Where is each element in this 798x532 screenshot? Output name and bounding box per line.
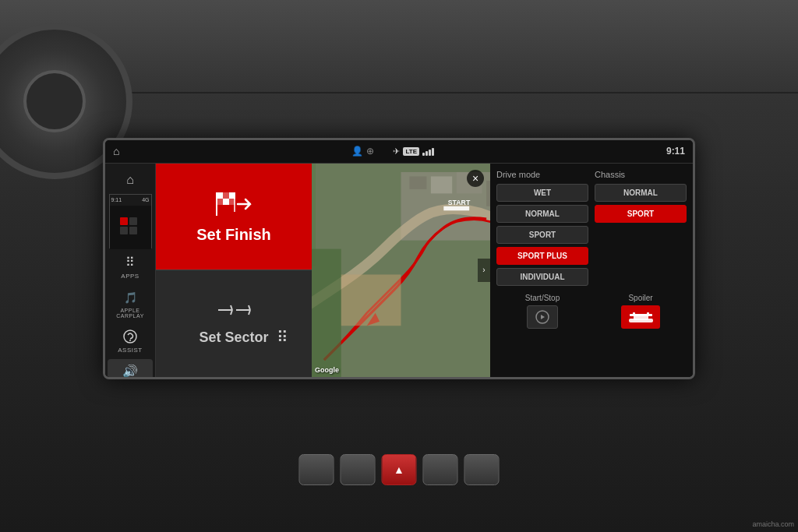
- svg-rect-29: [312, 248, 341, 376]
- google-label: Google: [315, 366, 339, 374]
- panel-bottom-row: Start/Stop Spoiler: [496, 294, 687, 329]
- set-finish-icon: [213, 188, 256, 220]
- apps-icon: ⠿: [122, 254, 139, 271]
- sidebar-item-assist[interactable]: ASSIST: [108, 324, 153, 358]
- svg-marker-34: [541, 315, 545, 319]
- svg-rect-39: [647, 312, 649, 316]
- screen-header-left: ⌂: [113, 145, 119, 157]
- dashboard-top: [0, 0, 798, 93]
- chassis-sport[interactable]: SPORT: [595, 205, 687, 223]
- set-finish-icon-container: [213, 188, 256, 220]
- phone-mini-body: [110, 206, 151, 249]
- action-panel: Set Finish Set Sector: [156, 164, 312, 377]
- map-svg: START: [312, 164, 490, 377]
- left-sidebar: ⌂ 9:11 4G ⠿: [105, 164, 156, 377]
- person-icon: 👤: [351, 146, 363, 157]
- home-sidebar-icon: ⌂: [122, 171, 139, 188]
- screen-header-center: 👤 ⊕ ✈ LTE: [351, 146, 434, 157]
- carplay-icon: 🎵: [122, 289, 139, 306]
- signal-bars: [422, 146, 434, 156]
- drive-mode-column: Drive mode WET NORMAL SPORT SPORT PLUS I…: [496, 170, 588, 286]
- main-content: Set Finish Set Sector: [156, 164, 693, 377]
- phone-mini-header: 9:11 4G: [110, 195, 151, 206]
- svg-rect-23: [409, 176, 426, 188]
- sidebar-item-sound[interactable]: 🔊 SOUND: [108, 359, 153, 379]
- chassis-column: Chassis NORMAL SPORT: [595, 170, 687, 286]
- start-stop-label: Start/Stop: [525, 294, 560, 302]
- phone-mini-signal: 4G: [142, 197, 149, 203]
- steering-wheel-center: [23, 70, 86, 132]
- screen-time: 9:11: [666, 146, 685, 157]
- svg-rect-26: [486, 180, 490, 206]
- svg-rect-2: [120, 227, 128, 234]
- sidebar-item-apps[interactable]: ⠿ APPS: [108, 250, 153, 284]
- svg-rect-8: [217, 192, 223, 199]
- set-finish-label: Set Finish: [196, 226, 271, 244]
- svg-rect-31: [443, 206, 469, 210]
- car-interior: ⌂ 👤 ⊕ ✈ LTE 9:11 ⌂: [0, 0, 798, 532]
- spoiler-label: Spoiler: [628, 294, 652, 302]
- set-sector-icon-container: [217, 301, 252, 323]
- svg-point-5: [129, 340, 131, 341]
- sound-icon: 🔊: [122, 363, 139, 379]
- map-expand-button[interactable]: ›: [478, 259, 490, 282]
- lte-badge: LTE: [403, 147, 419, 156]
- screen-header: ⌂ 👤 ⊕ ✈ LTE 9:11: [105, 140, 693, 164]
- spoiler-button[interactable]: [621, 305, 660, 329]
- apps-label: APPS: [121, 273, 139, 280]
- start-stop-col: Start/Stop: [496, 294, 588, 329]
- sidebar-item-carplay[interactable]: 🎵 APPLE CARPLAY: [108, 285, 153, 322]
- carplay-label: APPLE CARPLAY: [109, 308, 151, 319]
- apps-grid-button[interactable]: ⠿: [277, 328, 288, 347]
- expand-icon: ›: [482, 266, 485, 274]
- drive-mode-normal[interactable]: NORMAL: [496, 205, 588, 223]
- phys-btn-1[interactable]: [299, 454, 334, 485]
- watermark: amaicha.com: [752, 520, 794, 528]
- chassis-title: Chassis: [595, 170, 687, 181]
- close-icon: ×: [472, 172, 478, 185]
- map-area: START × › Google: [312, 164, 490, 377]
- phys-btn-5[interactable]: [464, 454, 500, 485]
- hazard-icon: ▲: [394, 463, 404, 476]
- svg-text:START: START: [448, 198, 471, 206]
- spoiler-col: Spoiler: [595, 294, 687, 329]
- drive-mode-sport[interactable]: SPORT: [496, 226, 588, 244]
- map-satellite: START × › Google: [312, 164, 490, 377]
- svg-rect-24: [431, 176, 452, 193]
- start-stop-icon: [535, 309, 550, 325]
- svg-rect-38: [633, 312, 635, 316]
- drive-mode-panel: Drive mode WET NORMAL SPORT SPORT PLUS I…: [490, 164, 693, 377]
- assist-icon: [122, 328, 139, 345]
- panel-columns: Drive mode WET NORMAL SPORT SPORT PLUS I…: [496, 170, 687, 286]
- assist-label: ASSIST: [118, 347, 142, 354]
- set-sector-section[interactable]: Set Sector: [156, 270, 312, 377]
- svg-rect-0: [120, 217, 128, 225]
- svg-rect-30: [341, 274, 401, 326]
- home-icon[interactable]: ⌂: [113, 145, 119, 157]
- physical-buttons: ▲: [299, 454, 500, 485]
- start-stop-button[interactable]: [527, 305, 558, 329]
- mini-phone-display: 9:11 4G: [109, 194, 152, 248]
- svg-rect-10: [217, 199, 223, 205]
- phys-btn-2[interactable]: [341, 454, 376, 485]
- connection-icon: ⊕: [366, 146, 374, 157]
- hazard-button[interactable]: ▲: [382, 454, 417, 485]
- drive-mode-individual[interactable]: INDIVIDUAL: [496, 268, 588, 286]
- set-sector-label: Set Sector: [199, 329, 268, 346]
- drive-mode-title: Drive mode: [496, 170, 588, 181]
- svg-rect-3: [129, 227, 137, 234]
- chassis-normal[interactable]: NORMAL: [595, 184, 687, 202]
- set-finish-section[interactable]: Set Finish: [156, 164, 312, 270]
- drive-mode-sport-plus[interactable]: SPORT PLUS: [496, 247, 588, 265]
- drive-mode-wet[interactable]: WET: [496, 184, 588, 202]
- set-sector-icon: [217, 301, 252, 320]
- map-close-button[interactable]: ×: [467, 170, 484, 187]
- spoiler-icon: [627, 309, 655, 325]
- infotainment-screen: ⌂ 👤 ⊕ ✈ LTE 9:11 ⌂: [103, 138, 695, 379]
- phone-mini-icon: [118, 216, 142, 239]
- sidebar-item-home[interactable]: ⌂: [108, 167, 153, 192]
- phys-btn-4[interactable]: [423, 454, 458, 485]
- svg-rect-11: [223, 199, 229, 205]
- navigation-icon: ✈: [393, 146, 400, 157]
- svg-rect-9: [223, 192, 229, 199]
